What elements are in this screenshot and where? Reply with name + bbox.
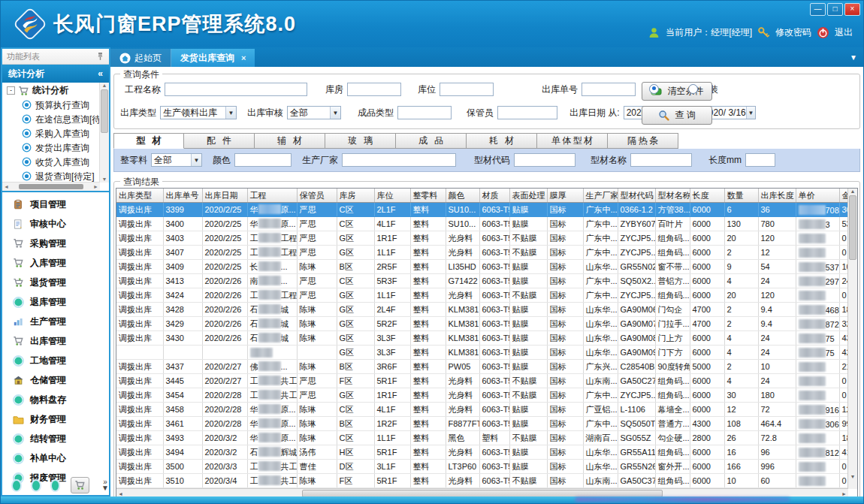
pin-icon[interactable]: [96, 52, 104, 61]
product-type-input[interactable]: [397, 106, 452, 119]
tree-item[interactable]: 预算执行查询: [2, 98, 100, 113]
column-header[interactable]: 膜厚: [547, 189, 583, 203]
warehouse-input[interactable]: [347, 83, 401, 96]
tree-item[interactable]: 在途信息查询[待: [2, 113, 100, 127]
material-tab-隔热条[interactable]: 隔热条: [608, 133, 678, 149]
quick-cart-button[interactable]: [71, 477, 89, 493]
quick-circle-icon[interactable]: [32, 481, 40, 490]
table-row[interactable]: 调拨出库34302020/2/26石城陈琳G区3L3F整料KLM38176063…: [116, 331, 858, 346]
tree-item[interactable]: 采购入库查询: [2, 127, 100, 141]
material-tab-单体型材[interactable]: 单体型材: [537, 133, 608, 149]
material-tab-辅材[interactable]: 辅材: [255, 133, 325, 149]
material-tab-型材[interactable]: 型材: [113, 133, 184, 149]
column-header[interactable]: 型材名称: [655, 189, 690, 203]
sidebar-item-补单中心[interactable]: 补单中心: [2, 448, 109, 468]
column-header[interactable]: 保管员: [297, 189, 337, 203]
table-row[interactable]: 调拨出库34582020/2/28华原...陈琳C区4L1F整料光身料6063-…: [116, 403, 858, 417]
sidebar-item-生产管理[interactable]: 生产管理: [2, 312, 109, 331]
sidebar-item-仓储管理[interactable]: 仓储管理: [2, 370, 109, 390]
column-header[interactable]: 表面处理: [509, 189, 547, 203]
factory-input[interactable]: [342, 153, 456, 167]
tree-root[interactable]: - 统计分析: [2, 83, 100, 98]
change-password-link[interactable]: 修改密码: [775, 26, 811, 39]
table-row[interactable]: 调拨出库34282020/2/26石城陈琳G区2L4F整料KLM38176063…: [116, 303, 858, 317]
search-button[interactable]: 查 询: [642, 106, 712, 125]
keeper-input[interactable]: [497, 106, 557, 119]
column-header[interactable]: 单价: [796, 189, 839, 203]
minimize-button[interactable]: —: [810, 3, 826, 16]
grid-horizontal-scrollbar[interactable]: ◄►: [116, 488, 848, 496]
tree-item[interactable]: 收货入库查询: [2, 155, 100, 170]
color-input[interactable]: [234, 153, 292, 167]
table-row[interactable]: 调拨出库34372020/2/27佛...陈琳B区3R6F整料PW056063-…: [116, 360, 858, 374]
table-row[interactable]: 调拨出库33992020/2/25华原...严思C区2L1F整料SU10...6…: [116, 203, 858, 217]
table-row[interactable]: 调拨出库34072020/2/25工工程严思G区1L1F整料光身料6063-T5…: [116, 246, 858, 260]
table-row[interactable]: 调拨出库34242020/2/26工工程严思G区1L1F整料光身料6063-T5…: [116, 288, 858, 303]
grid-vertical-scrollbar[interactable]: ▲▼: [847, 189, 857, 489]
column-header[interactable]: 工程: [247, 189, 297, 203]
table-row[interactable]: 调拨出库34292020/2/26石城陈琳G区5R2F整料KLM38176063…: [116, 317, 858, 331]
project-name-input[interactable]: [165, 83, 307, 96]
column-header[interactable]: 生产厂家: [583, 189, 618, 203]
table-row[interactable]: 调拨出库35002020/3/3工共工程曹佳D区3L1F整料LT3P606063…: [116, 460, 858, 474]
table-row[interactable]: 调拨出库34032020/2/25工工程严思G区1R1F整料光身料6063-T5…: [116, 231, 858, 246]
tab-shipping-outbound-query[interactable]: 发货出库查询 ×: [171, 49, 255, 67]
sidebar-item-财务管理[interactable]: 财务管理: [2, 409, 109, 429]
profile-name-input[interactable]: [630, 153, 692, 167]
column-header[interactable]: 出库长度: [758, 189, 796, 203]
table-row[interactable]: 调拨出库34452020/2/27工共工程严思F区5R1F整料光身料6063-T…: [116, 374, 858, 388]
column-header[interactable]: 颜色: [446, 189, 479, 203]
sidebar-item-项目管理[interactable]: 项目管理: [2, 195, 109, 214]
table-row[interactable]: 调拨出库34942020/3/2石辉城汤伟H区5R1F整料光身料6063-T5贴…: [116, 445, 858, 460]
tab-close-icon[interactable]: ×: [241, 53, 246, 62]
column-header[interactable]: 出库单号: [163, 189, 202, 203]
column-header[interactable]: 型材代码: [618, 189, 655, 203]
material-tab-配件[interactable]: 配件: [184, 133, 255, 149]
column-header[interactable]: 库位: [374, 189, 410, 203]
sidebar-item-出库管理[interactable]: 出库管理: [2, 331, 109, 351]
column-header[interactable]: 出库日期: [202, 189, 247, 203]
material-tab-成品[interactable]: 成品: [396, 133, 467, 149]
table-row[interactable]: 调拨出库34132020/2/26南...严思C区5R3F整料G71422606…: [116, 274, 858, 288]
length-input[interactable]: [745, 153, 775, 167]
sidebar-item-退货管理[interactable]: 退货管理: [2, 273, 109, 292]
column-header[interactable]: 整零料: [410, 189, 446, 203]
sidebar-item-工地管理[interactable]: 工地管理: [2, 351, 109, 370]
quick-circle-icon[interactable]: [13, 481, 20, 490]
tree-item[interactable]: 发货出库查询: [2, 141, 100, 155]
table-row[interactable]: 调拨出库34932020/3/2华原...陈琳C区1L1F整料黑色塑料不贴膜国标…: [116, 431, 858, 445]
location-input[interactable]: [440, 83, 494, 96]
outbound-audit-select[interactable]: 全部▼: [287, 106, 341, 119]
profile-code-input[interactable]: [514, 153, 575, 167]
collapse-icon[interactable]: «: [98, 68, 103, 79]
outbound-order-input[interactable]: [582, 83, 636, 96]
wholepart-select[interactable]: 全部▼: [151, 153, 202, 167]
table-row[interactable]: G区3L3F整料KLM38176063-T5贴膜国标山东华...GA90M09.…: [116, 346, 858, 360]
material-tab-玻璃[interactable]: 玻璃: [325, 133, 396, 149]
table-row[interactable]: 调拨出库35102020/3/4工共工程陈琳F区5R1F整料光身料6063-T5…: [116, 474, 858, 488]
table-row[interactable]: 调拨出库34092020/2/25长...陈琳B区2R5F整料LI35HD606…: [116, 260, 858, 274]
tree-vertical-scrollbar[interactable]: ▲▼: [99, 83, 109, 183]
sidebar-item-结转管理[interactable]: 结转管理: [2, 429, 109, 448]
column-header[interactable]: 数量: [724, 189, 758, 203]
column-header[interactable]: 库房: [337, 189, 374, 203]
table-row[interactable]: 调拨出库34542020/2/28工共工程严思G区1R1F整料光身料6063-T…: [116, 388, 858, 403]
sidebar-item-入库管理[interactable]: 入库管理: [2, 253, 109, 273]
sidebar-item-审核中心[interactable]: 审核中心: [2, 214, 109, 234]
sidebar-item-物料盘存[interactable]: 物料盘存: [2, 390, 109, 409]
quick-circle-icon[interactable]: [52, 481, 59, 490]
table-row[interactable]: 调拨出库34002020/2/25华原...严思C区4L1F整料SU10...6…: [116, 217, 858, 231]
tree-expander-icon[interactable]: -: [7, 86, 15, 95]
sidebar-item-采购管理[interactable]: 采购管理: [2, 234, 109, 253]
table-row[interactable]: 调拨出库34612020/2/28华原...陈琳B区1R2F整料F8877FT6…: [116, 417, 858, 431]
section-header[interactable]: 统计分析 «: [2, 65, 109, 83]
sidebar-item-退库管理[interactable]: 退库管理: [2, 292, 109, 312]
logout-link[interactable]: 退出: [835, 26, 853, 39]
tab-home[interactable]: 起始页: [110, 49, 171, 67]
sidebar-overflow-button[interactable]: »▼: [101, 479, 109, 491]
tab-list-dropdown-icon[interactable]: ▼: [850, 53, 857, 62]
outbound-type-select[interactable]: 生产领料出库▼: [160, 106, 237, 119]
column-header[interactable]: 材质: [479, 189, 509, 203]
tree-horizontal-scrollbar[interactable]: ◄►: [2, 182, 100, 191]
material-tab-耗材[interactable]: 耗材: [467, 133, 537, 149]
